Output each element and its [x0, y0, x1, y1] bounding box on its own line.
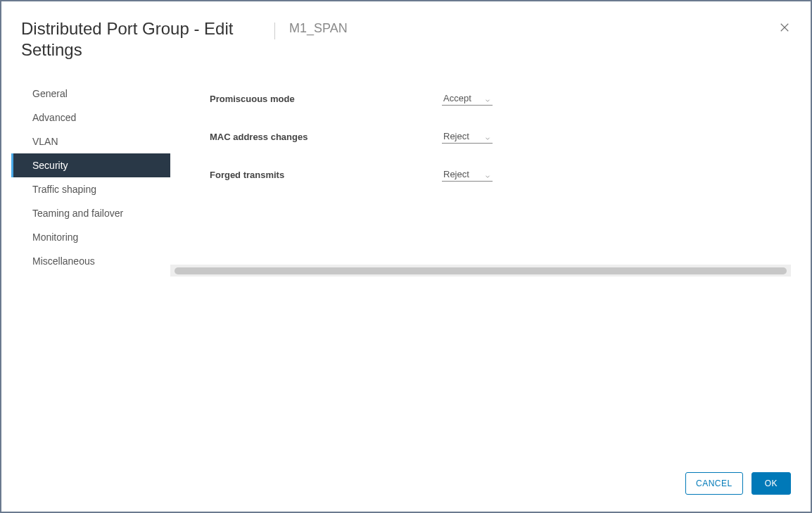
- sidebar: General Advanced VLAN Security Traffic s…: [11, 79, 170, 461]
- sidebar-item-label: VLAN: [32, 136, 58, 147]
- row-mac-address-changes: MAC address changes Reject: [210, 129, 791, 144]
- edit-settings-dialog: Distributed Port Group - Edit Settings M…: [0, 0, 812, 513]
- sidebar-item-teaming-failover[interactable]: Teaming and failover: [11, 201, 170, 225]
- sidebar-item-label: General: [32, 88, 68, 99]
- dialog-subtitle: M1_SPAN: [289, 21, 348, 36]
- row-forged-transmits: Forged transmits Reject: [210, 167, 791, 182]
- sidebar-item-label: Security: [32, 160, 68, 171]
- sidebar-item-security[interactable]: Security: [11, 153, 170, 177]
- label-promiscuous-mode: Promiscuous mode: [210, 94, 442, 104]
- label-mac-address-changes: MAC address changes: [210, 132, 442, 142]
- sidebar-item-advanced[interactable]: Advanced: [11, 106, 170, 129]
- select-value: Reject: [443, 131, 469, 141]
- scrollbar-thumb[interactable]: [175, 267, 787, 274]
- label-forged-transmits: Forged transmits: [210, 170, 442, 180]
- sidebar-item-label: Monitoring: [32, 232, 78, 243]
- dialog-footer: CANCEL OK: [1, 461, 811, 512]
- chevron-down-icon: [484, 134, 491, 144]
- button-label: CANCEL: [696, 479, 732, 488]
- row-promiscuous-mode: Promiscuous mode Accept: [210, 91, 791, 106]
- select-mac-address-changes[interactable]: Reject: [442, 129, 493, 144]
- header-divider: [274, 23, 275, 39]
- sidebar-item-monitoring[interactable]: Monitoring: [11, 225, 170, 249]
- cancel-button[interactable]: CANCEL: [685, 472, 743, 495]
- ok-button[interactable]: OK: [751, 472, 791, 495]
- main-panel: Promiscuous mode Accept MAC address chan…: [170, 79, 791, 461]
- sidebar-item-label: Miscellaneous: [32, 255, 95, 267]
- close-icon: [778, 24, 791, 36]
- button-label: OK: [765, 479, 778, 488]
- dialog-title: Distributed Port Group - Edit Settings: [21, 18, 260, 61]
- horizontal-scrollbar[interactable]: [170, 265, 791, 277]
- dialog-body: General Advanced VLAN Security Traffic s…: [1, 66, 811, 461]
- sidebar-item-vlan[interactable]: VLAN: [11, 129, 170, 153]
- dialog-header: Distributed Port Group - Edit Settings M…: [1, 1, 811, 66]
- select-forged-transmits[interactable]: Reject: [442, 167, 493, 182]
- sidebar-item-label: Teaming and failover: [32, 208, 123, 219]
- select-promiscuous-mode[interactable]: Accept: [442, 91, 493, 106]
- sidebar-item-traffic-shaping[interactable]: Traffic shaping: [11, 177, 170, 201]
- chevron-down-icon: [484, 172, 491, 182]
- select-value: Reject: [443, 169, 469, 179]
- sidebar-item-general[interactable]: General: [11, 82, 170, 106]
- sidebar-item-miscellaneous[interactable]: Miscellaneous: [11, 249, 170, 273]
- sidebar-item-label: Traffic shaping: [32, 184, 96, 195]
- sidebar-item-label: Advanced: [32, 112, 76, 123]
- chevron-down-icon: [484, 96, 491, 106]
- close-button[interactable]: [778, 21, 791, 37]
- select-value: Accept: [443, 93, 471, 103]
